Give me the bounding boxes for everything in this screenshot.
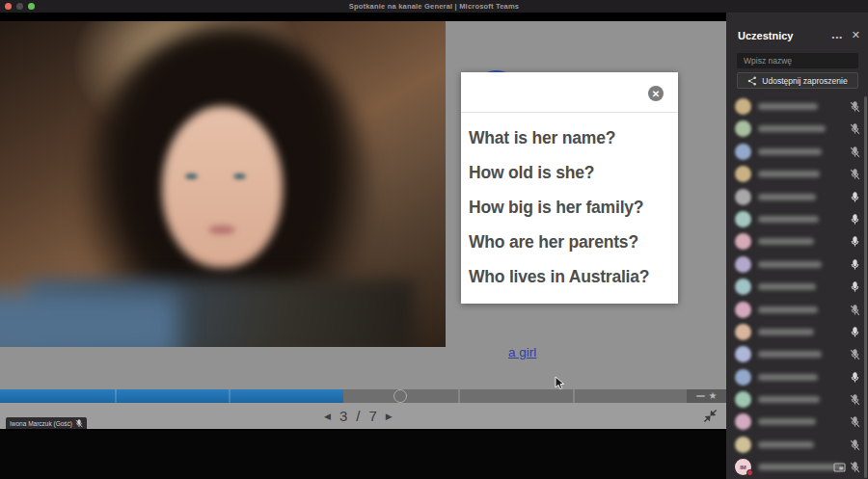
photo-face <box>162 106 283 268</box>
segment-divider <box>115 389 117 403</box>
slide-separator: / <box>356 408 360 424</box>
participant-row[interactable] <box>726 276 868 298</box>
participant-row[interactable] <box>726 95 868 118</box>
zoom-window-button[interactable] <box>28 3 35 10</box>
close-icon[interactable]: ✕ <box>648 86 664 101</box>
participant-row[interactable] <box>726 434 868 456</box>
mouse-cursor <box>555 376 565 394</box>
minimize-bar-icon[interactable] <box>696 395 705 398</box>
participant-icons <box>833 462 860 473</box>
participant-name-blurred <box>758 216 819 223</box>
participant-name-blurred <box>758 125 826 132</box>
progress-controls[interactable]: ★ <box>687 389 726 403</box>
participant-name-blurred <box>758 464 843 470</box>
participant-icons <box>850 416 860 428</box>
panel-title: Uczestnicy <box>738 30 793 41</box>
participant-icons <box>850 327 860 338</box>
participant-row[interactable] <box>726 118 868 140</box>
share-invite-button[interactable]: Udostępnij zaproszenie <box>737 72 858 89</box>
avatar <box>735 98 751 115</box>
avatar <box>735 120 751 137</box>
participant-name-blurred <box>758 418 816 425</box>
question-2: How old is she? <box>469 163 678 183</box>
participant-row[interactable] <box>726 388 868 411</box>
mic-muted-icon <box>75 419 83 428</box>
avatar <box>735 369 751 386</box>
slide-progress-bar[interactable]: ★ <box>0 389 726 403</box>
participant-row[interactable] <box>726 230 868 253</box>
participant-name-blurred <box>758 194 816 200</box>
avatar <box>735 189 751 205</box>
macos-titlebar: Spotkanie na kanale General | Microsoft … <box>0 0 868 13</box>
avatar <box>735 256 751 273</box>
share-invite-label: Udostępnij zaproszenie <box>762 76 847 86</box>
presenting-icon <box>833 463 846 473</box>
avatar <box>735 413 751 430</box>
participant-name-blurred <box>758 351 822 358</box>
participant-row[interactable] <box>726 163 868 185</box>
panel-scrollbar[interactable] <box>864 96 867 478</box>
participant-row[interactable] <box>726 141 868 163</box>
participant-row[interactable] <box>726 186 868 208</box>
total-slides-number: 7 <box>368 408 376 424</box>
participant-icons <box>850 439 860 451</box>
star-icon[interactable]: ★ <box>709 391 718 401</box>
mic-on-icon <box>850 236 860 248</box>
question-1: What is her name? <box>469 128 678 148</box>
avatar <box>735 233 751 250</box>
more-options-icon[interactable]: ••• <box>832 33 843 41</box>
answer-link[interactable]: a girl <box>508 345 536 359</box>
participant-list: IM <box>726 95 868 479</box>
avatar <box>735 302 751 318</box>
mic-muted-icon <box>850 169 860 180</box>
segment-divider <box>229 389 231 403</box>
question-4: Who are her parents? <box>469 232 678 253</box>
muted-badge <box>746 469 753 476</box>
participant-name-blurred <box>758 283 816 290</box>
mic-muted-icon <box>850 305 860 316</box>
participant-icons <box>850 169 860 180</box>
avatar: IM <box>735 459 751 475</box>
exit-fullscreen-icon[interactable] <box>701 406 719 425</box>
participant-name-blurred <box>758 261 822 268</box>
mic-muted-icon <box>850 101 860 113</box>
participant-row[interactable] <box>726 321 868 343</box>
avatar <box>735 346 751 362</box>
mic-on-icon <box>850 281 860 293</box>
photo-lips <box>208 226 235 234</box>
participant-row[interactable] <box>726 343 868 365</box>
mic-muted-icon <box>850 462 860 473</box>
previous-slide-button[interactable]: ◀ <box>324 412 331 421</box>
participant-row[interactable] <box>726 208 868 230</box>
question-3: How big is her family? <box>469 198 678 218</box>
participant-icons <box>850 281 860 293</box>
participant-row[interactable] <box>726 366 868 388</box>
participant-name-blurred <box>758 171 820 177</box>
participant-row[interactable] <box>726 299 868 321</box>
mic-on-icon <box>850 192 860 203</box>
mic-muted-icon <box>850 394 860 406</box>
participant-row[interactable] <box>726 253 868 276</box>
participant-name-blurred <box>758 306 818 313</box>
mic-muted-icon <box>850 416 860 428</box>
participant-icons <box>850 372 860 384</box>
close-panel-icon[interactable]: ✕ <box>852 29 860 41</box>
mic-on-icon <box>850 259 860 271</box>
search-input[interactable] <box>737 53 858 68</box>
mic-on-icon <box>850 372 860 384</box>
avatar <box>735 279 751 295</box>
questions-list: What is her name? How old is she? How bi… <box>461 113 678 304</box>
participant-row[interactable]: IM <box>726 456 868 478</box>
participant-name-blurred <box>758 103 818 110</box>
participant-icons <box>850 349 860 360</box>
next-slide-button[interactable]: ▶ <box>386 412 393 421</box>
participant-icons <box>850 236 860 248</box>
minimize-window-button[interactable] <box>16 3 23 10</box>
mic-on-icon <box>850 214 860 226</box>
current-slide-number: 3 <box>339 408 347 424</box>
participant-name-blurred <box>758 396 820 403</box>
participant-row[interactable] <box>726 411 868 433</box>
girl-photo <box>0 21 446 347</box>
progress-marker-ring[interactable] <box>393 389 407 403</box>
close-window-button[interactable] <box>5 3 12 10</box>
